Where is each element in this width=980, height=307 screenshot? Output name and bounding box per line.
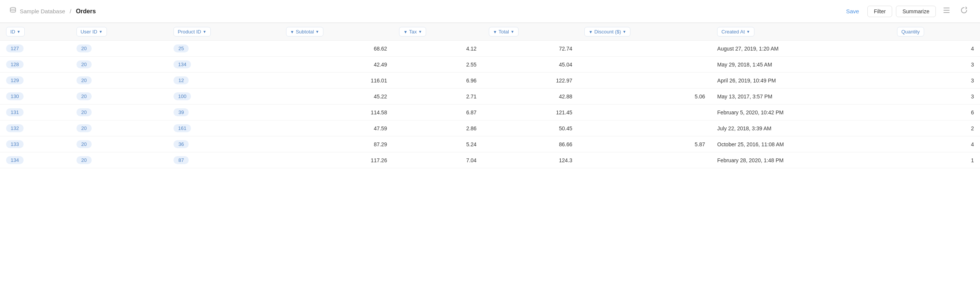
table-row: 1312039114.586.87121.45February 5, 2020,…: [0, 104, 980, 120]
subtotal-sort-icon: ▼: [290, 30, 294, 34]
pill-id: 127: [6, 44, 24, 52]
cell-tax: 6.87: [393, 104, 482, 120]
table-row: 133203687.295.2486.665.87October 25, 201…: [0, 136, 980, 152]
breadcrumb-database: Sample Database: [20, 8, 65, 14]
view-toggle-icon[interactable]: [940, 5, 953, 17]
cell-discount: [578, 41, 711, 57]
cell-product_id: 161: [167, 120, 280, 136]
save-button[interactable]: Save: [842, 6, 864, 17]
cell-product_id: 12: [167, 73, 280, 89]
pill-id: 132: [6, 124, 24, 132]
cell-product_id: 39: [167, 104, 280, 120]
cell-quantity: 2: [891, 120, 980, 136]
cell-id: 132: [0, 120, 70, 136]
cell-user_id: 20: [70, 73, 168, 89]
cell-product_id: 134: [167, 57, 280, 73]
cell-product_id: 36: [167, 136, 280, 152]
cell-tax: 4.12: [393, 41, 482, 57]
discount-sort-icon: ▼: [589, 30, 593, 34]
cell-user_id: 20: [70, 104, 168, 120]
pill-id: 134: [6, 156, 24, 164]
cell-discount: [578, 120, 711, 136]
pill-user_id: 20: [76, 156, 92, 164]
svg-rect-1: [943, 8, 950, 8]
table-row: 1342087117.267.04124.3February 28, 2020,…: [0, 152, 980, 168]
pill-id: 128: [6, 60, 24, 68]
cell-tax: 6.96: [393, 73, 482, 89]
cell-created_at: August 27, 2019, 1:20 AM: [711, 41, 891, 57]
table-row: 1302010045.222.7142.885.06May 13, 2017, …: [0, 89, 980, 104]
cell-subtotal: 116.01: [280, 73, 393, 89]
cell-discount: [578, 57, 711, 73]
total-sort-icon: ▼: [493, 30, 497, 34]
col-header-id: ID ▼: [0, 23, 70, 41]
cell-created_at: May 29, 2018, 1:45 AM: [711, 57, 891, 73]
col-header-discount: ▼ Discount ($) ▼: [578, 23, 711, 41]
cell-quantity: 3: [891, 89, 980, 104]
cell-user_id: 20: [70, 152, 168, 168]
table-row: 1292012116.016.96122.97April 26, 2019, 1…: [0, 73, 980, 89]
sort-arrow-tax: ▼: [418, 30, 422, 34]
pill-user_id: 20: [76, 60, 92, 68]
cell-user_id: 20: [70, 41, 168, 57]
sort-arrow-total: ▼: [511, 30, 514, 34]
pill-product_id: 36: [173, 140, 189, 148]
cell-product_id: 87: [167, 152, 280, 168]
cell-discount: [578, 73, 711, 89]
pill-product_id: 39: [173, 108, 189, 116]
cell-id: 133: [0, 136, 70, 152]
cell-user_id: 20: [70, 89, 168, 104]
cell-subtotal: 117.26: [280, 152, 393, 168]
breadcrumb-current-page: Orders: [76, 8, 95, 15]
col-header-total: ▼ Total ▼: [483, 23, 579, 41]
cell-tax: 2.71: [393, 89, 482, 104]
cell-tax: 5.24: [393, 136, 482, 152]
col-header-product-id: Product ID ▼: [167, 23, 280, 41]
pill-product_id: 134: [173, 60, 191, 68]
cell-created_at: February 28, 2020, 1:48 PM: [711, 152, 891, 168]
cell-total: 45.04: [483, 57, 579, 73]
sort-arrow-created-at: ▼: [746, 30, 750, 34]
cell-subtotal: 87.29: [280, 136, 393, 152]
pill-product_id: 100: [173, 92, 191, 100]
database-icon: [9, 6, 17, 16]
pill-product_id: 87: [173, 156, 189, 164]
col-header-quantity: Quantity: [891, 23, 980, 41]
pill-user_id: 20: [76, 124, 92, 132]
cell-created_at: April 26, 2019, 10:49 PM: [711, 73, 891, 89]
cell-id: 127: [0, 41, 70, 57]
svg-rect-3: [943, 12, 950, 13]
orders-table: ID ▼ User ID ▼ Product ID ▼: [0, 23, 980, 168]
cell-subtotal: 114.58: [280, 104, 393, 120]
refresh-icon[interactable]: [957, 5, 971, 17]
cell-total: 50.45: [483, 120, 579, 136]
cell-id: 128: [0, 57, 70, 73]
cell-user_id: 20: [70, 120, 168, 136]
cell-quantity: 4: [891, 136, 980, 152]
table-body: 127202568.624.1272.74August 27, 2019, 1:…: [0, 41, 980, 168]
sort-arrow-discount: ▼: [622, 30, 626, 34]
cell-quantity: 3: [891, 57, 980, 73]
table-header-row: ID ▼ User ID ▼ Product ID ▼: [0, 23, 980, 41]
cell-total: 121.45: [483, 104, 579, 120]
col-header-tax: ▼ Tax ▼: [393, 23, 482, 41]
cell-total: 42.88: [483, 89, 579, 104]
breadcrumb-area: Sample Database / Orders: [9, 6, 842, 16]
pill-user_id: 20: [76, 108, 92, 116]
col-header-user-id: User ID ▼: [70, 23, 168, 41]
summarize-button[interactable]: Summarize: [896, 6, 936, 17]
cell-product_id: 100: [167, 89, 280, 104]
pill-product_id: 161: [173, 124, 191, 132]
cell-id: 131: [0, 104, 70, 120]
cell-subtotal: 42.49: [280, 57, 393, 73]
cell-total: 122.97: [483, 73, 579, 89]
cell-subtotal: 45.22: [280, 89, 393, 104]
svg-rect-2: [943, 10, 950, 11]
pill-id: 131: [6, 108, 24, 116]
cell-created_at: July 22, 2018, 3:39 AM: [711, 120, 891, 136]
cell-total: 86.66: [483, 136, 579, 152]
cell-discount: [578, 104, 711, 120]
cell-id: 129: [0, 73, 70, 89]
filter-button[interactable]: Filter: [867, 6, 892, 17]
cell-created_at: May 13, 2017, 3:57 PM: [711, 89, 891, 104]
